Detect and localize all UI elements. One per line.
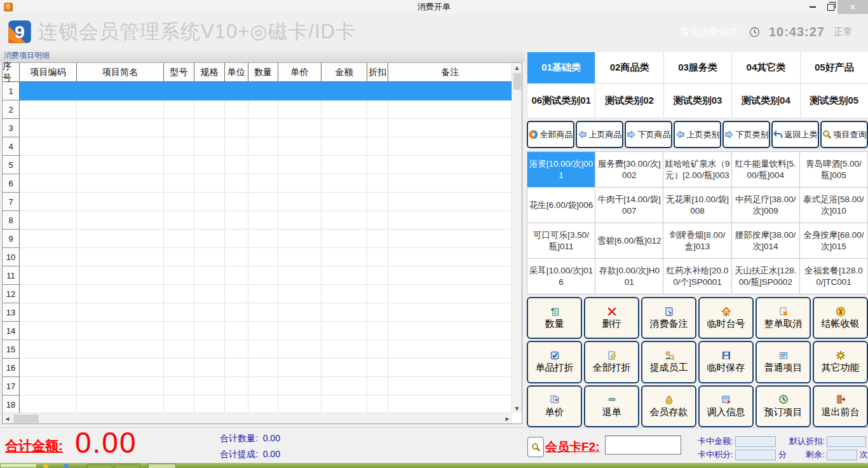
table-row[interactable]: 14 bbox=[3, 322, 513, 340]
action-button[interactable]: 退出前台 bbox=[813, 385, 868, 427]
minimize-button[interactable] bbox=[804, 0, 821, 14]
product-cell[interactable]: 服务费[30.00/次]002 bbox=[595, 152, 663, 188]
product-cell[interactable]: 雪碧[6.00/瓶]012 bbox=[595, 223, 663, 259]
category-tab[interactable]: 06测试类别01 bbox=[527, 84, 595, 118]
product-cell[interactable]: 红药水补给[20.00/个]SP0001 bbox=[663, 259, 731, 294]
hscroll-thumb[interactable] bbox=[13, 415, 39, 423]
card-points-input[interactable] bbox=[735, 450, 776, 460]
member-search-button[interactable] bbox=[527, 437, 544, 457]
action-button[interactable]: 单价 bbox=[527, 385, 582, 427]
action-button[interactable]: 结帐收银 bbox=[813, 297, 868, 339]
scroll-left-icon[interactable]: ◄ bbox=[3, 414, 12, 423]
product-cell[interactable]: 泰式足浴[58.00/次]010 bbox=[800, 188, 868, 223]
close-button[interactable]: ✕ bbox=[837, 0, 868, 14]
table-row[interactable]: 9 bbox=[3, 230, 513, 248]
product-cell[interactable]: 采耳[10.00/次]016 bbox=[527, 259, 595, 294]
table-row[interactable]: 12 bbox=[3, 285, 513, 303]
vertical-scrollbar[interactable]: ▲ ▼ bbox=[512, 63, 522, 413]
table-row[interactable]: 13 bbox=[3, 303, 513, 322]
table-row[interactable]: 2 bbox=[3, 100, 513, 119]
product-cell[interactable]: 腰部按摩[38.00/次]014 bbox=[732, 223, 800, 259]
product-cell[interactable]: 全身按摩[68.00/次]015 bbox=[800, 223, 868, 259]
table-row[interactable]: 4 bbox=[3, 137, 513, 156]
card-balance-input[interactable] bbox=[735, 436, 776, 447]
action-button[interactable]: 临时保存 bbox=[698, 341, 754, 383]
table-row[interactable]: 17 bbox=[3, 377, 513, 396]
action-button[interactable]: 全部打折 bbox=[584, 341, 639, 383]
product-cell[interactable]: 可口可乐[3.50/瓶]011 bbox=[527, 223, 595, 259]
table-row[interactable]: 8 bbox=[3, 211, 513, 230]
taskbar-button[interactable] bbox=[114, 464, 140, 468]
action-button[interactable]: 数量 bbox=[527, 297, 582, 339]
category-tab[interactable]: 测试类别05 bbox=[801, 84, 868, 118]
product-cell[interactable]: 浴资[10.00/次]001 bbox=[527, 152, 595, 188]
taskbar-button-active[interactable] bbox=[148, 464, 176, 468]
taskbar-icon[interactable] bbox=[43, 464, 48, 468]
table-row[interactable]: 5 bbox=[3, 156, 513, 174]
product-cell[interactable]: 中药足疗[38.00/次]009 bbox=[732, 188, 800, 223]
restore-button[interactable] bbox=[822, 0, 839, 14]
product-cell[interactable]: 娃哈哈矿泉水（9元）[2.00/瓶]003 bbox=[663, 152, 731, 188]
category-tab[interactable]: 测试类别02 bbox=[595, 84, 663, 118]
table-row[interactable]: 15 bbox=[3, 340, 513, 359]
scroll-up-icon[interactable]: ▲ bbox=[512, 63, 522, 72]
taskbar-icon[interactable] bbox=[64, 464, 69, 468]
product-cell[interactable]: 全福套餐[128.00/]TC001 bbox=[800, 259, 868, 294]
product-cell[interactable]: 青岛啤酒[5.00/瓶]005 bbox=[800, 152, 868, 188]
category-tab[interactable]: 03服务类 bbox=[664, 52, 732, 84]
toolbar-button[interactable]: 上页类别 bbox=[674, 121, 721, 148]
horizontal-scrollbar[interactable]: ◄ ► bbox=[3, 413, 512, 423]
product-cell[interactable]: 牛肉干[14.00/袋]007 bbox=[595, 188, 663, 223]
action-button[interactable]: 临时台号 bbox=[698, 297, 754, 339]
scroll-right-icon[interactable]: ► bbox=[503, 414, 512, 423]
windows-taskbar[interactable] bbox=[0, 463, 868, 468]
taskbar-button[interactable] bbox=[87, 464, 112, 468]
table-row[interactable]: 7 bbox=[3, 193, 513, 211]
toolbar-button[interactable]: 上页商品 bbox=[576, 121, 623, 148]
action-button[interactable]: 单品打折 bbox=[527, 341, 582, 383]
table-row[interactable]: 18 bbox=[3, 396, 513, 414]
table-row[interactable]: 1 bbox=[3, 82, 513, 100]
product-cell[interactable]: 花生[6.00/袋]006 bbox=[527, 188, 595, 223]
remaining-input[interactable] bbox=[827, 450, 857, 460]
category-tab[interactable]: 02商品类 bbox=[595, 52, 663, 84]
vscroll-thumb[interactable] bbox=[513, 73, 521, 90]
scroll-down-icon[interactable]: ▼ bbox=[512, 404, 522, 413]
action-button[interactable]: 整单取消 bbox=[756, 297, 811, 339]
table-row[interactable]: 3 bbox=[3, 119, 513, 137]
category-tab[interactable]: 04其它类 bbox=[732, 52, 800, 84]
action-button[interactable]: 调入信息 bbox=[698, 385, 754, 427]
category-tab[interactable]: 测试类别04 bbox=[732, 84, 800, 118]
member-card-input[interactable] bbox=[605, 436, 681, 455]
default-discount-input[interactable] bbox=[827, 436, 866, 447]
action-button[interactable]: 删行 bbox=[584, 297, 639, 339]
action-button[interactable]: 其它功能 bbox=[813, 341, 868, 383]
table-row[interactable]: 10 bbox=[3, 248, 513, 266]
category-tab[interactable]: 05好产品 bbox=[801, 52, 868, 84]
table-row[interactable]: 11 bbox=[3, 266, 513, 285]
product-cell[interactable]: 剑牌香烟[8.00/盒]013 bbox=[663, 223, 731, 259]
action-button[interactable]: 提成员工 bbox=[641, 341, 696, 383]
category-tab[interactable]: 测试类别03 bbox=[664, 84, 732, 118]
category-tab[interactable]: 01基础类 bbox=[527, 52, 595, 84]
toolbar-button[interactable]: 全部商品 bbox=[527, 121, 574, 148]
toolbar-button[interactable]: 返回上类 bbox=[771, 121, 819, 148]
table-row[interactable]: 16 bbox=[3, 359, 513, 377]
toolbar-button[interactable]: 下页商品 bbox=[625, 121, 672, 148]
action-button[interactable]: 普通项目 bbox=[756, 341, 811, 383]
toolbar-button[interactable]: 下页类别 bbox=[722, 121, 770, 148]
product-cell[interactable]: 存款[0.00/次]H001 bbox=[595, 259, 663, 294]
action-button[interactable]: 会员存款 bbox=[641, 385, 696, 427]
toolbar-button[interactable]: 项目查询 bbox=[820, 121, 868, 148]
table-cell bbox=[367, 156, 388, 174]
product-cell[interactable]: 红牛能量饮料[5.00/瓶]004 bbox=[732, 152, 800, 188]
product-cell[interactable]: 天山扶正水[128.00/瓶]SP0002 bbox=[732, 259, 800, 294]
action-button[interactable]: 退单 bbox=[584, 385, 639, 427]
product-cell[interactable]: 无花果[10.00/袋]008 bbox=[663, 188, 731, 223]
action-button[interactable]: 消费备注 bbox=[641, 297, 696, 339]
action-button[interactable]: 预订项目 bbox=[756, 385, 811, 427]
action-button-label: 删行 bbox=[602, 318, 621, 330]
taskbar-start-button[interactable] bbox=[0, 463, 37, 468]
total-qty-value: 0.00 bbox=[263, 433, 280, 443]
table-row[interactable]: 6 bbox=[3, 174, 513, 193]
